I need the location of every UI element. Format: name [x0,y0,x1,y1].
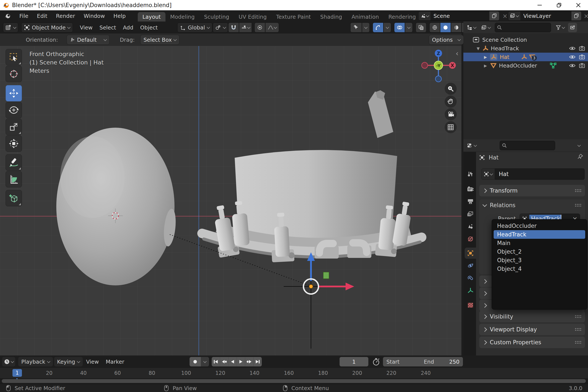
scene-unlink-icon[interactable]: × [502,12,508,20]
panel-drag-handle[interactable] [575,204,581,207]
tab-physics[interactable] [465,260,476,271]
workspace-tab-sculpting[interactable]: Sculpting [200,12,234,22]
scene-collection-label[interactable]: Scene Collection [482,37,527,43]
blender-app-menu[interactable] [0,10,15,22]
pan-view-button[interactable] [445,96,457,108]
keying-menu[interactable]: Keying [54,357,83,366]
dropdown-item-object-3[interactable]: Object_3 [494,256,585,264]
scene-icon[interactable] [418,12,430,20]
dropdown-item-object-2[interactable]: Object_2 [494,247,585,256]
workspace-tab-layout[interactable]: Layout [138,12,166,22]
xray-toggle[interactable] [416,22,426,32]
object-visibility-arrow[interactable] [362,22,370,32]
view-layer-name[interactable]: ViewLayer [520,13,554,19]
editor-type-button[interactable] [3,22,18,32]
scene-copy-icon[interactable] [489,12,499,20]
headtrack-label[interactable]: HeadTrack [491,45,519,52]
new-collection-button[interactable] [568,23,577,32]
shading-material-button[interactable] [451,22,462,32]
outliner-row-headtrack[interactable]: ▼ HeadTrack [463,44,588,53]
transform-orientation-dropdown[interactable]: Global [177,22,212,32]
camera-view-button[interactable] [445,108,457,120]
scene-selector[interactable]: Scene [418,11,500,21]
disable-render-camera-icon[interactable] [579,63,585,68]
sidebar-collapse-icon[interactable]: ‹ [456,49,458,58]
timeline-marker-menu[interactable]: Marker [102,359,128,365]
restore-button[interactable] [549,0,569,10]
disclosure-closed-icon[interactable]: ▶ [484,55,487,59]
tab-object[interactable] [465,248,476,259]
properties-editor-type-dropdown[interactable] [465,141,478,150]
panel-drag-handle[interactable] [575,315,581,318]
orientation-default-dropdown[interactable]: Default [66,35,110,45]
hide-eye-icon[interactable] [569,54,576,60]
workspace-tab-rendering[interactable]: Rendering [384,12,420,22]
options-dropdown[interactable]: Options [429,35,464,45]
menu-file[interactable]: File [15,10,33,22]
dropdown-item-object-4[interactable]: Object_4 [494,264,585,273]
dropdown-item-headoccluder[interactable]: HeadOccluder [494,222,585,230]
play-reverse-button[interactable] [228,357,237,366]
viewport-menu-add[interactable]: Add [120,24,137,31]
viewport-menu-view[interactable]: View [76,24,96,31]
outliner-row-hat[interactable]: ▶ Hat 3 [463,53,588,61]
transform-tool[interactable] [6,136,22,152]
object-name-field[interactable]: Hat [495,168,584,180]
hide-eye-icon[interactable] [569,46,576,51]
transform-panel-header[interactable]: Transform [479,185,585,196]
workspace-tab-uv-editing[interactable]: UV Editing [234,12,271,22]
gizmos-arrow[interactable] [384,22,391,32]
timeline-scrollbar[interactable] [0,378,588,384]
workspace-tab-modeling[interactable]: Modeling [166,12,200,22]
tab-output[interactable] [465,196,476,207]
viewport-menu-select[interactable]: Select [96,24,120,31]
end-frame-field[interactable]: End 250 [420,357,463,366]
measure-tool[interactable] [6,171,22,188]
panel-drag-handle[interactable] [575,328,581,331]
play-button[interactable] [237,357,245,366]
jump-to-start-button[interactable] [212,357,220,366]
snap-settings-dropdown[interactable] [239,22,252,32]
workspace-tab-texture-paint[interactable]: Texture Paint [272,12,316,22]
timeline-scroll-handle[interactable] [2,379,586,383]
navigation-gizmo[interactable]: Z X -Y [420,48,458,85]
close-button[interactable] [569,0,588,10]
view-layer-selector[interactable]: ViewLayer [508,11,582,21]
tab-view-layer[interactable] [465,208,476,220]
auto-keying-toggle[interactable] [190,357,201,366]
playhead-badge[interactable]: 1 [12,369,22,377]
hide-eye-icon[interactable] [569,63,576,68]
tab-scene[interactable] [465,221,476,232]
snap-toggle[interactable] [228,22,239,32]
hat-label[interactable]: Hat [500,54,509,60]
timeline-view-menu[interactable]: View [83,359,102,365]
scale-tool[interactable] [6,119,22,135]
viewport-canvas[interactable] [0,46,462,356]
zoom-view-button[interactable] [445,83,457,95]
pivot-point-dropdown[interactable] [213,22,228,32]
outliner-display-mode-dropdown[interactable] [465,23,478,32]
shading-wireframe-button[interactable] [430,22,440,32]
menu-render[interactable]: Render [52,10,79,22]
mode-dropdown[interactable]: Object Mode [21,22,73,32]
orthographic-toggle-button[interactable] [445,121,457,133]
annotate-tool[interactable] [6,154,22,171]
minimize-button[interactable] [530,0,549,10]
object-id-dropdown[interactable] [482,168,495,180]
view-layer-icon[interactable] [508,12,520,20]
panel-drag-handle[interactable] [575,341,581,344]
tab-constraints[interactable] [465,272,476,284]
properties-search-input[interactable] [500,141,555,150]
view-layer-copy-icon[interactable] [572,12,581,20]
outliner-row-headoccluder[interactable]: ▶ HeadOccluder [463,61,588,70]
shading-solid-button[interactable] [440,22,451,32]
disclosure-open-icon[interactable]: ▼ [477,46,480,51]
view-layer-remove-icon[interactable]: × [584,12,588,20]
overlays-toggle[interactable] [394,22,405,32]
cursor-tool[interactable] [6,66,22,82]
select-box-tool[interactable] [6,49,22,65]
drag-mode-dropdown[interactable]: Select Box [140,35,180,45]
headoccluder-label[interactable]: HeadOccluder [499,62,537,69]
menu-window[interactable]: Window [79,10,109,22]
current-frame-field[interactable]: 1 [340,357,368,366]
